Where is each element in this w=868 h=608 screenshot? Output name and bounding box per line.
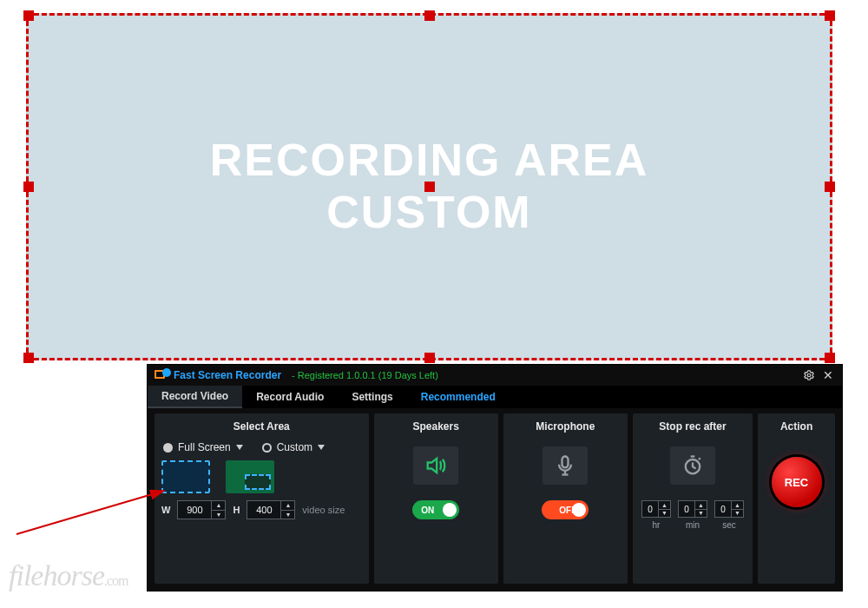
- resize-handle-top-left[interactable]: [23, 10, 34, 21]
- app-icon: [155, 369, 168, 381]
- sec-label: sec: [722, 520, 736, 530]
- radio-custom-label: Custom: [277, 441, 312, 453]
- radio-custom[interactable]: Custom: [260, 438, 326, 457]
- watermark-tld: .com: [104, 573, 128, 588]
- select-area-header: Select Area: [160, 419, 364, 438]
- tab-recommended[interactable]: Recommended: [407, 386, 510, 408]
- arrow-down-icon[interactable]: ▼: [212, 511, 225, 519]
- hr-stepper[interactable]: ▲▼: [641, 500, 671, 518]
- registration-status: - Registered 1.0.0.1 (19 Days Left): [292, 370, 438, 380]
- panel-body: Select Area Full Screen Custom W: [148, 408, 842, 591]
- sec-stepper[interactable]: ▲▼: [714, 500, 744, 518]
- radio-icon: [163, 443, 173, 453]
- min-input[interactable]: [679, 501, 694, 517]
- stopwatch-icon[interactable]: [670, 446, 715, 485]
- svg-rect-1: [562, 457, 569, 468]
- resize-handle-mid-left[interactable]: [23, 182, 34, 192]
- watermark-brand: filehorse: [9, 559, 104, 591]
- arrow-down-icon[interactable]: ▼: [659, 510, 670, 518]
- arrow-up-icon[interactable]: ▲: [659, 501, 670, 510]
- speakers-panel: Speakers ON: [374, 413, 498, 584]
- action-header: Action: [780, 419, 812, 438]
- height-input[interactable]: [247, 501, 280, 519]
- record-button[interactable]: REC: [772, 457, 822, 507]
- video-size-label: video size: [302, 505, 345, 515]
- resize-handle-mid-right[interactable]: [825, 182, 835, 192]
- microphone-icon[interactable]: [542, 446, 588, 485]
- hr-input[interactable]: [642, 501, 658, 517]
- arrow-down-icon[interactable]: ▼: [281, 511, 294, 519]
- arrow-up-icon[interactable]: ▲: [695, 501, 707, 510]
- speaker-icon[interactable]: [413, 446, 458, 485]
- app-window: Fast Screen Recorder - Registered 1.0.0.…: [148, 365, 842, 591]
- width-label: W: [161, 505, 170, 515]
- watermark: filehorse.com: [9, 559, 128, 592]
- gear-icon[interactable]: [802, 368, 816, 382]
- action-panel: Action REC: [758, 413, 835, 584]
- close-icon[interactable]: ✕: [821, 368, 835, 382]
- microphone-panel: Microphone OFF: [503, 413, 628, 584]
- thumb-custom[interactable]: [226, 460, 274, 493]
- sec-input[interactable]: [715, 501, 731, 517]
- height-stepper[interactable]: ▲▼: [247, 500, 295, 519]
- app-title: Fast Screen Recorder: [174, 369, 281, 381]
- hr-label: hr: [653, 520, 661, 530]
- min-label: min: [686, 520, 700, 530]
- min-stepper[interactable]: ▲▼: [678, 500, 707, 518]
- microphone-header: Microphone: [536, 419, 595, 438]
- thumb-full-screen[interactable]: [161, 460, 210, 493]
- microphone-toggle[interactable]: OFF: [542, 500, 589, 519]
- arrow-down-icon[interactable]: ▼: [732, 510, 743, 518]
- chevron-down-icon[interactable]: [318, 445, 325, 450]
- height-label: H: [233, 505, 240, 515]
- arrow-up-icon[interactable]: ▲: [212, 501, 225, 511]
- speakers-header: Speakers: [413, 419, 459, 438]
- radio-full-screen[interactable]: Full Screen: [161, 438, 245, 457]
- tab-bar: Record Video Record Audio Settings Recom…: [148, 386, 842, 408]
- resize-handle-top-right[interactable]: [825, 10, 835, 21]
- width-input[interactable]: [178, 501, 211, 519]
- title-bar: Fast Screen Recorder - Registered 1.0.0.…: [148, 365, 842, 386]
- stop-after-header: Stop rec after: [659, 419, 726, 438]
- svg-line-3: [16, 491, 164, 534]
- radio-full-screen-label: Full Screen: [178, 441, 231, 453]
- arrow-up-icon[interactable]: ▲: [281, 501, 294, 511]
- width-stepper[interactable]: ▲▼: [177, 500, 226, 519]
- tab-settings[interactable]: Settings: [338, 386, 406, 408]
- svg-point-0: [807, 373, 811, 377]
- recording-area-overlay[interactable]: RECORDING AREA CUSTOM: [26, 13, 832, 360]
- select-area-panel: Select Area Full Screen Custom W: [155, 413, 369, 584]
- resize-handle-bottom-left[interactable]: [23, 353, 34, 363]
- arrow-up-icon[interactable]: ▲: [732, 501, 743, 510]
- tab-record-video[interactable]: Record Video: [148, 386, 242, 408]
- stop-after-panel: Stop rec after ▲▼ hr ▲▼ min: [633, 413, 753, 584]
- toggle-label: ON: [421, 506, 434, 515]
- tab-record-audio[interactable]: Record Audio: [242, 386, 338, 408]
- resize-handle-top-mid[interactable]: [424, 10, 435, 21]
- radio-icon: [262, 443, 272, 453]
- speakers-toggle[interactable]: ON: [412, 500, 459, 519]
- arrow-down-icon[interactable]: ▼: [695, 510, 707, 518]
- record-button-label: REC: [785, 476, 808, 489]
- resize-handle-center[interactable]: [424, 182, 435, 192]
- chevron-down-icon[interactable]: [236, 445, 243, 450]
- resize-handle-bottom-mid[interactable]: [424, 353, 435, 363]
- resize-handle-bottom-right[interactable]: [825, 353, 835, 363]
